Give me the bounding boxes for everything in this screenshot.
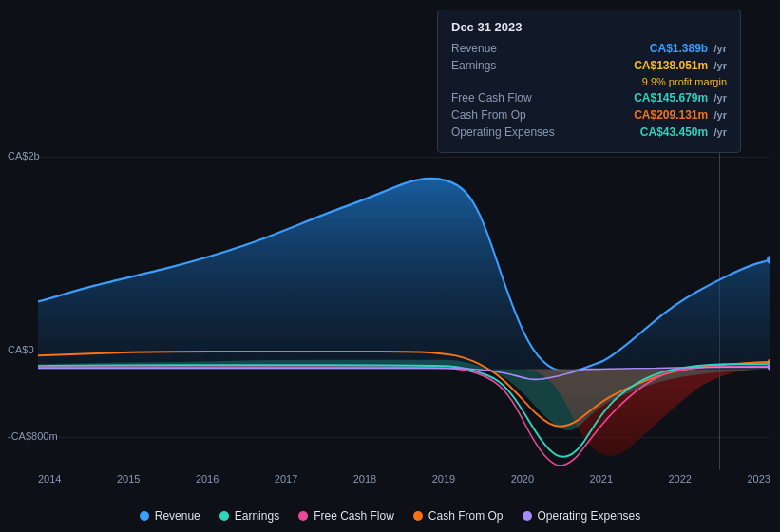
legend-label-revenue: Revenue [155,509,200,522]
tooltip-value-opex: CA$43.450m /yr [640,125,727,139]
tooltip-label-fcf: Free Cash Flow [451,91,556,104]
tooltip-row-revenue: Revenue CA$1.389b /yr [451,42,727,55]
x-label-2019: 2019 [432,473,455,484]
chart-area [38,147,770,470]
y-label-mid: CA$0 [8,344,34,355]
legend-item-opex[interactable]: Operating Expenses [523,509,641,522]
revenue-fill [38,179,770,371]
legend-label-earnings: Earnings [235,509,279,522]
y-label-top: CA$2b [8,150,40,162]
legend-dot-cashfromop [413,511,423,521]
tooltip-row-profit-margin: 9.9% profit margin [451,76,727,87]
tooltip-value-cashfromop: CA$209.131m /yr [634,108,727,122]
tooltip-row-earnings: Earnings CA$138.051m /yr [451,59,727,72]
tooltip-label-cashfromop: Cash From Op [451,108,556,122]
x-label-2014: 2014 [38,473,61,484]
tooltip: Dec 31 2023 Revenue CA$1.389b /yr Earnin… [437,10,741,153]
x-label-2017: 2017 [275,473,297,484]
x-axis-labels: 2014 2015 2016 2017 2018 2019 2020 2021 … [38,473,770,484]
tooltip-label-opex: Operating Expenses [451,125,556,139]
x-label-2015: 2015 [117,473,140,484]
x-label-2018: 2018 [353,473,376,484]
legend-item-earnings[interactable]: Earnings [219,509,279,522]
chart-container: Dec 31 2023 Revenue CA$1.389b /yr Earnin… [0,0,780,532]
tooltip-label-earnings: Earnings [451,59,556,72]
legend-item-cashfromop[interactable]: Cash From Op [413,509,504,522]
chart-svg [38,147,770,470]
x-label-2016: 2016 [196,473,219,484]
tooltip-profit-margin: 9.9% profit margin [642,76,727,87]
tooltip-value-revenue: CA$1.389b /yr [650,42,727,55]
legend-dot-earnings [219,511,229,521]
legend-dot-opex [523,511,532,521]
tooltip-row-opex: Operating Expenses CA$43.450m /yr [451,125,727,139]
legend-dot-fcf [298,511,308,521]
legend: Revenue Earnings Free Cash Flow Cash Fro… [0,509,780,522]
x-label-2022: 2022 [669,473,692,484]
legend-item-fcf[interactable]: Free Cash Flow [298,509,394,522]
legend-dot-revenue [140,511,149,521]
x-label-2021: 2021 [590,473,613,484]
tooltip-row-cashfromop: Cash From Op CA$209.131m /yr [451,108,727,122]
tooltip-label-revenue: Revenue [451,42,556,55]
tooltip-row-fcf: Free Cash Flow CA$145.679m /yr [451,91,727,104]
x-label-2023: 2023 [747,473,770,484]
tooltip-value-fcf: CA$145.679m /yr [634,91,727,104]
tooltip-date: Dec 31 2023 [451,20,727,34]
legend-label-fcf: Free Cash Flow [314,509,394,522]
legend-label-opex: Operating Expenses [538,509,641,522]
legend-item-revenue[interactable]: Revenue [140,509,200,522]
legend-label-cashfromop: Cash From Op [428,509,504,522]
x-label-2020: 2020 [511,473,534,484]
tooltip-value-earnings: CA$138.051m /yr [634,59,727,72]
